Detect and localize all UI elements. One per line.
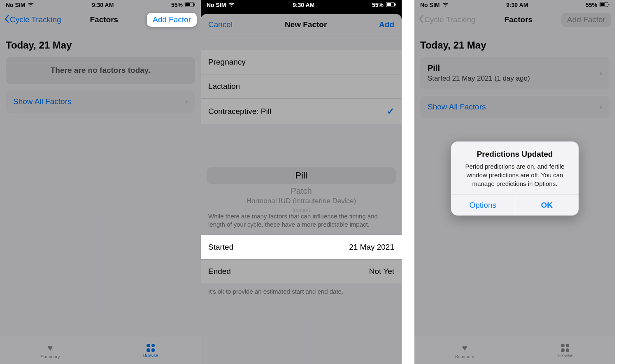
svg-rect-4 [387,3,391,6]
chevron-left-icon [419,15,423,25]
factor-pill-title: Pill [428,63,530,73]
screen-factors-alert: No SIM 9:30 AM 55% Cycle Tracking Factor… [414,0,615,364]
tab-browse-label: Browse [143,353,158,358]
battery-icon [185,2,195,8]
option-contraceptive-label: Contraceptive: Pill [208,107,271,116]
end-note: It's ok to provide an estimated start an… [201,283,402,301]
chevron-left-icon [4,15,9,25]
svg-rect-8 [609,4,609,6]
show-all-factors-row[interactable]: Show All Factors › [420,96,609,118]
clock-label: 9:30 AM [92,2,114,8]
chevron-right-icon: › [185,97,188,106]
new-factor-sheet: Cancel New Factor Add Pregnancy Lactatio… [201,14,402,364]
status-bar: No SIM 9:30 AM 55% [414,0,615,10]
nav-title: Factors [90,15,119,24]
battery-icon [600,2,609,8]
ended-label: Ended [208,267,231,276]
battery-label: 55% [372,2,384,8]
option-lactation[interactable]: Lactation [201,74,402,99]
battery-label: 55% [586,2,597,8]
svg-rect-2 [194,4,195,6]
clock-label: 9:30 AM [293,2,314,8]
factor-type-list: Pregnancy Lactation Contraceptive: Pill … [201,50,402,124]
wifi-icon [28,2,34,8]
tab-browse[interactable]: Browse [100,337,201,364]
battery-label: 55% [171,2,183,8]
nav-bar: Cycle Tracking Factors Add Factor [0,10,201,30]
clock-label: 9:30 AM [506,2,528,8]
tab-summary-label: Summary [40,354,60,359]
heart-icon: ♥ [462,343,467,353]
tab-summary-label: Summary [455,354,474,359]
picker-item-patch: Patch [201,186,402,196]
show-all-label: Show All Factors [13,97,72,106]
picker-selected: Pill [207,167,396,184]
wifi-icon [442,2,449,8]
ended-row[interactable]: Ended Not Yet [201,259,402,283]
add-factor-button[interactable]: Add Factor [561,13,611,27]
add-button[interactable]: Add [379,20,394,29]
started-row[interactable]: Started 21 May 2021 [201,235,402,259]
alert-options-button[interactable]: Options [451,195,515,216]
nav-title: Factors [505,15,533,24]
alert-title: Predictions Updated [458,150,571,159]
back-button[interactable]: Cycle Tracking [419,15,476,25]
predictions-alert: Predictions Updated Period predictions a… [451,141,579,216]
carrier-label: No SIM [207,2,226,8]
svg-rect-1 [186,3,190,6]
option-contraceptive-pill[interactable]: Contraceptive: Pill ✓ [201,99,402,124]
alert-ok-button[interactable]: OK [515,195,579,216]
sheet-title: New Factor [285,20,327,29]
heart-icon: ♥ [47,343,53,353]
chevron-right-icon: › [600,69,602,77]
carrier-label: No SIM [420,2,440,8]
started-value: 21 May 2021 [349,243,394,252]
factor-pill-subtitle: Started 21 May 2021 (1 day ago) [428,74,530,83]
tab-bar: ♥ Summary Browse [0,337,201,364]
svg-rect-5 [395,4,396,6]
ended-value: Not Yet [369,267,394,276]
picker-item-iud: Hormonal IUD (Intrauterine Device) [201,197,402,205]
checkmark-icon: ✓ [387,106,394,117]
nav-bar: Cycle Tracking Factors Add Factor [414,10,615,30]
grid-icon [147,344,155,352]
show-all-label: Show All Factors [428,102,486,111]
tab-browse[interactable]: Browse [515,337,615,364]
status-bar: No SIM 9:30 AM 55% [0,0,201,10]
add-factor-button[interactable]: Add Factor [147,13,197,27]
empty-text: There are no factors today. [13,66,188,75]
battery-icon [386,2,396,8]
show-all-factors-row[interactable]: Show All Factors › [6,90,195,113]
svg-rect-7 [600,3,605,6]
wifi-icon [228,2,235,8]
status-bar: No SIM 9:30 AM 55% [201,0,402,10]
option-pregnancy-label: Pregnancy [208,58,246,67]
tab-bar: ♥ Summary Browse [414,337,615,364]
date-heading: Today, 21 May [6,39,195,51]
tab-summary[interactable]: ♥ Summary [0,337,100,364]
factor-pill-card[interactable]: Pill Started 21 May 2021 (1 day ago) › [420,57,609,89]
chevron-right-icon: › [600,103,602,111]
cancel-button[interactable]: Cancel [208,20,233,29]
tab-summary[interactable]: ♥ Summary [414,337,515,364]
back-label: Cycle Tracking [424,15,476,24]
empty-factors-card: There are no factors today. [6,57,195,84]
carrier-label: No SIM [6,2,25,8]
back-button[interactable]: Cycle Tracking [4,15,61,25]
sheet-nav: Cancel New Factor Add [201,14,402,35]
contraceptive-picker[interactable]: Pill Patch Hormonal IUD (Intrauterine De… [201,145,402,206]
back-label: Cycle Tracking [10,15,61,24]
option-lactation-label: Lactation [208,82,240,91]
date-heading: Today, 21 May [420,39,609,51]
started-label: Started [208,243,233,252]
screen-factors-empty: No SIM 9:30 AM 55% Cycle Tracking Factor… [0,0,201,364]
picker-item-implant: Implant [201,207,402,213]
tab-browse-label: Browse [558,353,573,358]
alert-message: Period predictions are on, and fertile w… [458,162,571,188]
screen-new-factor: No SIM 9:30 AM 55% Cancel New Factor Add… [201,0,402,364]
grid-icon [561,344,569,352]
option-pregnancy[interactable]: Pregnancy [201,50,402,74]
